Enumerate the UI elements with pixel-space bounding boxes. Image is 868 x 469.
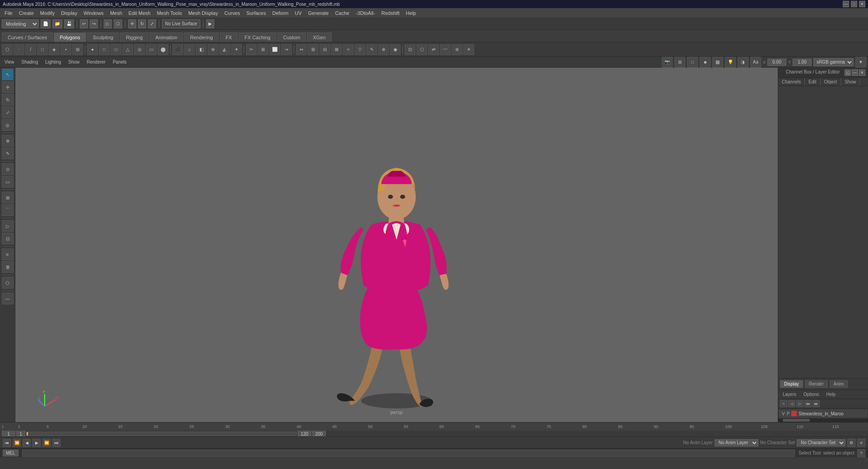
toolbar-btn-save[interactable]: 💾 (64, 19, 74, 28)
tab-sculpting[interactable]: Sculpting (87, 32, 119, 42)
scroll-thumb[interactable] (783, 419, 810, 422)
timeline-scrubber[interactable] (26, 432, 297, 436)
icon-symm[interactable]: ⇌ (428, 44, 439, 55)
anim-btn-prev[interactable]: ◀ (23, 439, 31, 447)
icon-sphere[interactable]: ● (87, 44, 98, 55)
view-icon-shaded[interactable]: ■ (700, 57, 711, 68)
rpanel-tab-display[interactable]: Display (780, 380, 803, 388)
icon-cylinder[interactable]: ⬭ (111, 44, 121, 55)
layer-btn-new[interactable]: + (780, 400, 787, 407)
view-icon-wireframe[interactable]: □ (687, 57, 698, 68)
layer-btn-back[interactable]: ◁ (788, 400, 795, 407)
view-menu-renderer[interactable]: Renderer (84, 59, 108, 65)
rpanel-tab-render[interactable]: Render (805, 380, 828, 388)
tab-rendering[interactable]: Rendering (184, 32, 219, 42)
layer-color-swatch[interactable] (791, 411, 797, 416)
tool-custom-1[interactable]: ≡ (2, 248, 14, 260)
tab-animation[interactable]: Animation (149, 32, 183, 42)
end-frame-input[interactable] (298, 430, 311, 437)
minimize-button[interactable]: — (843, 1, 849, 7)
anim-btn-end[interactable]: ⏭ (52, 439, 60, 447)
layer-btn-next[interactable]: ⏭ (813, 400, 820, 407)
icon-separate[interactable]: ⊟ (319, 44, 330, 55)
icon-soft-sel[interactable]: ◉ (390, 44, 401, 55)
rpanel-min-btn[interactable]: — (852, 69, 858, 76)
toolbar-btn-rotate[interactable]: ↻ (138, 19, 146, 28)
tab-fx-caching[interactable]: FX Caching (239, 32, 276, 42)
coord-y-input[interactable] (793, 59, 812, 66)
tool-select[interactable]: ↖ (2, 69, 14, 80)
tool-universal[interactable]: ◎ (2, 119, 14, 131)
menu-redshift[interactable]: Redshift (379, 9, 402, 17)
tool-render[interactable]: ▷ (2, 220, 14, 232)
layer-btn-forward[interactable]: ▷ (796, 400, 803, 407)
icon-cone[interactable]: △ (122, 44, 133, 55)
anim-btn-play[interactable]: ▶ (32, 439, 41, 447)
icon-crease[interactable]: 〰 (440, 44, 451, 55)
right-scroll[interactable] (778, 418, 868, 422)
view-icon-lights[interactable]: 💡 (725, 57, 736, 68)
icon-xray-sel[interactable]: ⊡ (405, 44, 416, 55)
menu-curves[interactable]: Curves (222, 9, 243, 17)
icon-face[interactable]: □ (37, 44, 48, 55)
icon-uvs[interactable]: ◈ (49, 44, 60, 55)
menu-create[interactable]: Create (16, 9, 37, 17)
layer-btn-prev[interactable]: ⏮ (804, 400, 812, 407)
icon-extrude[interactable]: ⬛ (172, 44, 183, 55)
menu-generate[interactable]: Generate (305, 9, 332, 17)
icon-smooth[interactable]: ≈ (343, 44, 354, 55)
tool-rotate[interactable]: ↻ (2, 94, 14, 106)
menu-help[interactable]: Help (403, 9, 419, 17)
icon-vertex[interactable]: · (14, 44, 24, 55)
menu-mesh-tools[interactable]: Mesh Tools (154, 9, 185, 17)
icon-slide[interactable]: ⇒ (281, 44, 292, 55)
tool-misc[interactable]: — (2, 293, 14, 304)
close-button[interactable]: ✕ (859, 1, 865, 7)
icon-torus[interactable]: ◎ (134, 44, 145, 55)
total-frame-input[interactable] (312, 430, 326, 437)
tool-snap-grid[interactable]: ⊞ (2, 192, 14, 203)
toolbar-btn-move[interactable]: ✛ (128, 19, 136, 28)
icon-bevel[interactable]: ◧ (196, 44, 207, 55)
icon-disk[interactable]: ⬤ (157, 44, 168, 55)
tab-curves-surfaces[interactable]: Curves / Surfaces (2, 32, 53, 42)
icon-poke[interactable]: ✦ (231, 44, 242, 55)
toolbar-btn-scale[interactable]: ⤢ (148, 19, 156, 28)
tool-snap-curve[interactable]: ⌒ (2, 204, 14, 216)
icon-sculpt-tool[interactable]: ✎ (366, 44, 377, 55)
char-set-btn[interactable]: ⚙ (847, 439, 855, 447)
icon-multi[interactable]: ⊞ (72, 44, 83, 55)
toolbar-btn-render[interactable]: ▶ (206, 19, 214, 28)
icon-extract[interactable]: ⊠ (331, 44, 342, 55)
menu-edit-mesh[interactable]: Edit Mesh (126, 9, 153, 17)
icon-bake[interactable]: ✕ (463, 44, 474, 55)
menu-file[interactable]: File (2, 9, 15, 17)
toolbar-btn-lasso[interactable]: ⬡ (114, 19, 122, 28)
tool-soft-mod[interactable]: ⊕ (2, 135, 14, 147)
icon-boolean[interactable]: ⊕ (208, 44, 218, 55)
status-help-btn[interactable]: ? (857, 449, 865, 457)
start-frame-input[interactable] (16, 430, 25, 437)
view-menu-show[interactable]: Show (65, 59, 82, 65)
menu-deform[interactable]: Deform (269, 9, 291, 17)
tool-paint[interactable]: ✎ (2, 147, 14, 159)
icon-unwrap[interactable]: ⊛ (452, 44, 462, 55)
icon-vert-face[interactable]: ▪ (60, 44, 71, 55)
toolbar-btn-select[interactable]: ▷ (104, 19, 112, 28)
icon-combine[interactable]: ⊞ (308, 44, 319, 55)
anim-btn-step-back[interactable]: ⏪ (13, 439, 21, 447)
rpanel-close-btn[interactable]: ✕ (859, 69, 865, 76)
menu-3dtall[interactable]: -3DtoAll- (353, 9, 378, 17)
coord-x-input[interactable] (767, 59, 786, 66)
view-menu-panels[interactable]: Panels (110, 59, 129, 65)
toolbar-btn-2[interactable]: 📁 (52, 19, 62, 28)
menu-windows[interactable]: Windows (81, 9, 106, 17)
rpanel-sub-options[interactable]: Options (801, 391, 822, 398)
tool-uv[interactable]: ⬡ (2, 277, 14, 289)
layer-p[interactable]: P (787, 411, 790, 416)
view-icon-shadows[interactable]: ◑ (738, 57, 748, 68)
anim-btn-start[interactable]: ⏮ (3, 439, 11, 447)
tool-scale[interactable]: ⤢ (2, 106, 14, 118)
tab-xgen[interactable]: XGen (307, 32, 331, 42)
menu-uv[interactable]: UV (292, 9, 305, 17)
